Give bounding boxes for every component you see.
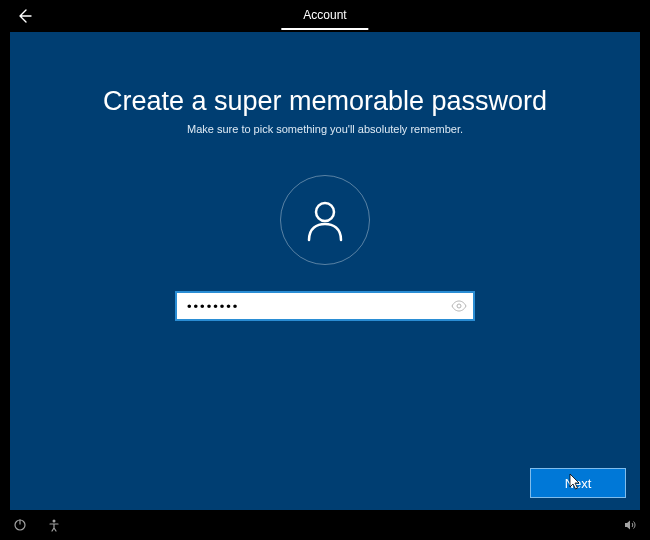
page-subtitle: Make sure to pick something you'll absol… xyxy=(187,123,463,135)
setup-panel: Create a super memorable password Make s… xyxy=(10,32,640,510)
volume-button[interactable] xyxy=(620,515,640,535)
volume-icon xyxy=(623,518,637,532)
back-button[interactable] xyxy=(8,0,40,32)
tab-strip: Account xyxy=(281,4,368,30)
avatar-placeholder xyxy=(280,175,370,265)
next-button[interactable]: Next xyxy=(530,468,626,498)
eye-icon xyxy=(451,298,467,314)
tray-left xyxy=(10,515,64,535)
password-field-container xyxy=(175,291,475,321)
power-icon xyxy=(13,518,27,532)
next-button-label: Next xyxy=(565,476,592,491)
bottom-tray xyxy=(0,510,650,540)
power-button[interactable] xyxy=(10,515,30,535)
page-title: Create a super memorable password xyxy=(103,86,547,117)
tab-account[interactable]: Account xyxy=(281,4,368,30)
svg-point-4 xyxy=(53,520,56,523)
tray-right xyxy=(620,515,640,535)
svg-point-1 xyxy=(457,304,461,308)
back-arrow-icon xyxy=(16,8,32,24)
title-bar: Account xyxy=(0,0,650,32)
svg-point-0 xyxy=(316,203,334,221)
password-input[interactable] xyxy=(177,299,445,314)
accessibility-icon xyxy=(47,518,61,532)
reveal-password-button[interactable] xyxy=(445,293,473,319)
accessibility-button[interactable] xyxy=(44,515,64,535)
user-icon xyxy=(301,196,349,244)
